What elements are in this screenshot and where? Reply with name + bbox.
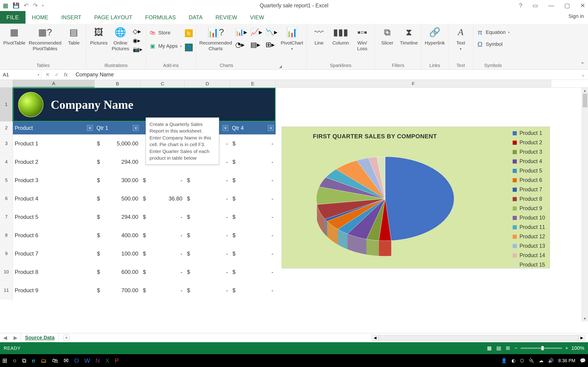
- tab-pagelayout[interactable]: PAGE LAYOUT: [88, 11, 139, 24]
- shapes-icon[interactable]: ◇▸: [133, 27, 142, 35]
- sparkline-column-button[interactable]: ▮▮▮Column: [331, 26, 350, 46]
- scroll-up-icon[interactable]: ▲: [582, 88, 588, 94]
- people-graph-button[interactable]: 👤: [185, 44, 193, 51]
- save-icon[interactable]: 💾: [13, 2, 19, 9]
- name-box[interactable]: A1▾: [0, 70, 41, 80]
- cortana-icon[interactable]: ○: [13, 357, 17, 364]
- formula-input[interactable]: Company Name: [72, 72, 578, 78]
- table-header-cell[interactable]: Qtr 1▾: [95, 122, 141, 134]
- table-header-cell[interactable]: Qtr 4▾: [230, 122, 276, 134]
- row-header-10[interactable]: 10: [0, 263, 13, 281]
- col-header-A[interactable]: A: [13, 80, 95, 87]
- charts-launcher-icon[interactable]: ◢: [279, 64, 282, 69]
- minimize-icon[interactable]: —: [548, 2, 554, 9]
- table-row[interactable]: Product 3$300.00$-$-$-: [13, 171, 276, 190]
- table-row[interactable]: Product 6$400.00$-$-$-: [13, 226, 276, 244]
- tab-data[interactable]: DATA: [182, 11, 209, 24]
- notifications-icon[interactable]: 💬: [580, 358, 586, 363]
- sheet-tab-source-data[interactable]: Source Data: [21, 333, 59, 342]
- filter-dropdown-icon[interactable]: ▾: [133, 125, 139, 131]
- task-view-icon[interactable]: ⧉: [22, 357, 26, 364]
- close-icon[interactable]: ✕: [580, 2, 585, 9]
- company-banner[interactable]: Company Name: [13, 88, 276, 122]
- pie-chart-icon[interactable]: ◔▸: [235, 41, 247, 49]
- tab-insert[interactable]: INSERT: [55, 11, 88, 24]
- edge-icon[interactable]: e: [32, 357, 35, 364]
- tab-home[interactable]: HOME: [26, 11, 55, 24]
- col-header-D[interactable]: D: [185, 80, 230, 87]
- slicer-button[interactable]: ⧉Slicer: [378, 26, 397, 46]
- equation-button[interactable]: πEquation▾: [477, 29, 510, 36]
- zoom-in-icon[interactable]: +: [565, 345, 568, 351]
- row-header-11[interactable]: 11: [0, 281, 13, 300]
- pie-chart[interactable]: FIRST QUARTER SALES BY COMPONENT Product…: [282, 127, 550, 268]
- volume-icon[interactable]: 🔊: [548, 358, 554, 363]
- page-layout-view-icon[interactable]: ▤: [496, 345, 501, 351]
- store-taskbar-icon[interactable]: 🛍: [52, 357, 58, 364]
- pivottable-button[interactable]: ▦PivotTable: [3, 26, 26, 46]
- table-button[interactable]: ▤Table: [65, 26, 83, 46]
- expand-formula-icon[interactable]: ⌄: [578, 72, 588, 78]
- people-icon[interactable]: 👤: [501, 358, 507, 363]
- hscroll-right-icon[interactable]: ▶: [578, 335, 585, 341]
- area-chart-icon[interactable]: 📉▸: [266, 28, 277, 36]
- table-row[interactable]: Product 4$500.00$36.80$-$-: [13, 190, 276, 208]
- line-chart-icon[interactable]: 📈▸: [250, 28, 262, 36]
- redo-icon[interactable]: ↷: [33, 2, 38, 9]
- table-row[interactable]: Product 1$5,000.00$-$-: [13, 134, 276, 153]
- text-button[interactable]: AText▾: [451, 26, 470, 51]
- file-explorer-icon[interactable]: 🗂: [41, 357, 47, 364]
- onedrive-icon[interactable]: ☁: [539, 358, 544, 363]
- row-header-6[interactable]: 6: [0, 190, 13, 208]
- col-header-F[interactable]: F: [276, 80, 551, 87]
- add-sheet-icon[interactable]: +: [63, 334, 70, 341]
- sparkline-line-button[interactable]: 〰Line: [310, 26, 328, 46]
- bar-chart-icon[interactable]: ▤▸: [250, 41, 262, 49]
- row-header-7[interactable]: 7: [0, 208, 13, 226]
- pictures-button[interactable]: 🖼Pictures: [90, 26, 108, 46]
- start-icon[interactable]: ⊞: [2, 357, 7, 364]
- row-header-8[interactable]: 8: [0, 226, 13, 244]
- help-icon[interactable]: ?: [519, 2, 522, 9]
- tab-formulas[interactable]: FORMULAS: [139, 11, 182, 24]
- pivotchart-button[interactable]: 📊PivotChart▾: [281, 26, 303, 51]
- scroll-thumb[interactable]: [583, 94, 587, 107]
- filter-dropdown-icon[interactable]: ▾: [87, 125, 93, 131]
- row-header-5[interactable]: 5: [0, 171, 13, 190]
- namebox-dropdown-icon[interactable]: ▾: [38, 73, 39, 77]
- qat-dropdown-icon[interactable]: ▾: [42, 4, 44, 7]
- sparkline-winloss-button[interactable]: ▪▫▪Win/ Loss: [353, 26, 372, 51]
- clock[interactable]: 8:36 PM: [558, 358, 575, 363]
- col-header-C[interactable]: C: [141, 80, 185, 87]
- undo-icon[interactable]: ↶: [24, 2, 29, 9]
- myapps-button[interactable]: ▣My Apps▾: [149, 43, 182, 50]
- hyperlink-button[interactable]: 🔗Hyperlink: [425, 26, 445, 46]
- timeline-button[interactable]: ⧗Timeline: [400, 26, 418, 46]
- recommended-charts-button[interactable]: 📊?Recommended Charts: [199, 26, 232, 51]
- bing-button[interactable]: b: [185, 29, 193, 37]
- maximize-icon[interactable]: ▢: [564, 2, 570, 9]
- enter-formula-icon[interactable]: ✓: [55, 72, 59, 78]
- vertical-scrollbar[interactable]: ▲ ▼: [582, 88, 588, 322]
- hscroll-track[interactable]: [379, 335, 578, 341]
- tray-icon-1[interactable]: ◐: [511, 358, 515, 363]
- row-header-2[interactable]: 2: [0, 122, 13, 134]
- ribbon-options-icon[interactable]: ▭: [532, 2, 538, 9]
- cells-area[interactable]: Company Name Product▾Qtr 1▾▾▾Qtr 4▾ Prod…: [13, 88, 588, 300]
- signin-link[interactable]: Sign in: [569, 13, 584, 19]
- zoom-level[interactable]: 100%: [571, 345, 584, 351]
- excel-taskbar-icon[interactable]: X: [105, 357, 109, 364]
- sheet-nav-next-icon[interactable]: ▶: [10, 335, 21, 341]
- word-icon[interactable]: W: [84, 357, 90, 364]
- outlook-icon[interactable]: O: [74, 357, 79, 364]
- row-header-9[interactable]: 9: [0, 244, 13, 263]
- filter-dropdown-icon[interactable]: ▾: [268, 125, 274, 131]
- table-row[interactable]: Product 7$100.00$-$-$-: [13, 244, 276, 263]
- row-header-4[interactable]: 4: [0, 153, 13, 171]
- sheet-nav-prev-icon[interactable]: ◀: [0, 335, 10, 341]
- screenshot-icon[interactable]: 📷▸: [133, 46, 142, 52]
- power-icon[interactable]: 🔌: [528, 358, 534, 363]
- select-all-cell[interactable]: [0, 80, 13, 87]
- cancel-formula-icon[interactable]: ✕: [45, 72, 50, 78]
- powerpoint-icon[interactable]: P: [115, 357, 119, 364]
